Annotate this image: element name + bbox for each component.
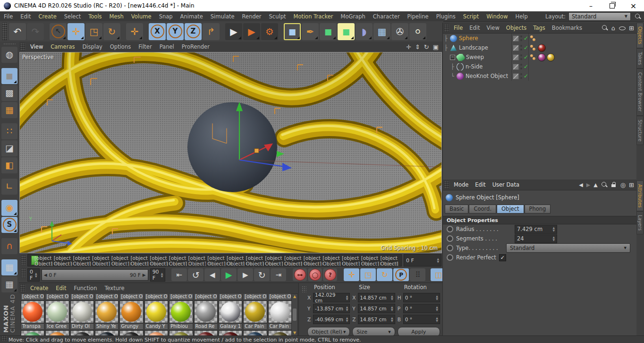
coordinate-field[interactable]: 0 ° ▲▼: [403, 315, 440, 324]
stepper-icon[interactable]: ▲▼: [389, 306, 393, 311]
render-picture-viewer-button[interactable]: ▶: [243, 23, 260, 40]
coordinate-field[interactable]: 14.857 cm ▲▼: [358, 293, 395, 302]
vp-menu-cameras[interactable]: Cameras: [47, 43, 78, 50]
stepper-icon[interactable]: ▲▼: [33, 272, 37, 278]
visibility-dots-icon[interactable]: [520, 64, 523, 69]
om-menu-view[interactable]: View: [483, 25, 503, 31]
material-thumbnail[interactable]: [268, 300, 292, 323]
am-menu-user-data[interactable]: User Data: [489, 181, 523, 188]
key-position-button[interactable]: ✛: [344, 268, 359, 281]
material-item[interactable]: Candy Y: [144, 300, 168, 330]
material-item[interactable]: Transpa: [21, 300, 44, 330]
keyframe-selection-button[interactable]: ?: [323, 268, 337, 281]
goto-start-button[interactable]: ⇤: [171, 268, 187, 281]
make-editable-button[interactable]: ◍: [1, 47, 17, 63]
enable-check-icon[interactable]: ✓: [524, 44, 528, 51]
record-keyframe-button[interactable]: ⊶: [293, 268, 307, 281]
add-spline-button[interactable]: ✒: [302, 23, 319, 40]
keyframe-dot-icon[interactable]: [447, 226, 453, 232]
material-thumbnail[interactable]: [219, 300, 242, 323]
am-menu-mode[interactable]: Mode: [450, 181, 472, 188]
enable-check-icon[interactable]: ✓: [524, 35, 528, 42]
vp-menu-filter[interactable]: Filter: [135, 43, 155, 50]
menu-help[interactable]: Help: [512, 13, 532, 20]
key-rotation-button[interactable]: ↻: [377, 268, 392, 281]
menu-character[interactable]: Character: [369, 13, 404, 20]
vp-menu-view[interactable]: View: [26, 43, 47, 50]
timeline-ruler[interactable]: [object Object][object Object][object Ob…: [27, 254, 402, 266]
object-tag-icon[interactable]: [530, 35, 537, 42]
material-thumbnail[interactable]: [70, 300, 94, 323]
object-manager-grip[interactable]: [444, 24, 449, 32]
add-sweep-button[interactable]: ◼: [338, 23, 355, 40]
menu-create[interactable]: Create: [35, 13, 60, 20]
y-axis-lock-button[interactable]: Y: [167, 23, 184, 40]
material-item[interactable]: Galaxy 1: [219, 300, 242, 330]
restore-button[interactable]: [602, 0, 623, 11]
transport-grip[interactable]: [21, 268, 26, 278]
am-up-icon[interactable]: ▲: [593, 182, 597, 188]
minimize-button[interactable]: –: [580, 0, 602, 11]
live-selection-button[interactable]: ↖: [50, 23, 67, 40]
key-scale-button[interactable]: ◳: [360, 268, 376, 281]
texture-mode-button[interactable]: ▩: [1, 85, 17, 101]
coordinates-grip[interactable]: [302, 286, 306, 292]
menu-edit[interactable]: Edit: [17, 13, 34, 20]
om-menu-bookmarks[interactable]: Bookmarks: [549, 25, 585, 31]
material-thumbnail[interactable]: [194, 300, 218, 323]
vp-menu-options[interactable]: Options: [106, 43, 135, 50]
material-name-label[interactable]: [object Object]: [119, 293, 143, 300]
material-name-label[interactable]: [object Object]: [70, 293, 94, 300]
menu-mesh[interactable]: Mesh: [106, 13, 127, 20]
object-label[interactable]: Landscape: [459, 44, 488, 51]
stepper-icon[interactable]: ▲▼: [344, 295, 348, 300]
key-pla-button[interactable]: ⠿: [410, 268, 425, 281]
material-item[interactable]: Grungy: [119, 300, 143, 330]
coordinate-field[interactable]: -40.969 cm ▲▼: [313, 315, 350, 324]
mat-menu-texture[interactable]: Texture: [101, 285, 128, 292]
current-frame-field[interactable]: 0 F ▲▼: [404, 254, 441, 266]
object-landscape[interactable]: ├ Landscape ✓: [443, 43, 637, 52]
visibility-dots-icon[interactable]: [520, 54, 523, 60]
menu-mograph[interactable]: MoGraph: [337, 13, 369, 20]
tab-layers[interactable]: Layers: [636, 211, 644, 234]
tab-content-browser[interactable]: Content Browser: [636, 69, 644, 115]
menu-file[interactable]: File: [0, 13, 17, 20]
range-left-arrow-icon[interactable]: ◀: [44, 273, 47, 277]
goto-end-button[interactable]: ⇥: [271, 268, 286, 281]
play-forwards-button[interactable]: ▶: [221, 268, 237, 281]
om-add-icon[interactable]: ⊞: [629, 25, 634, 32]
expander-icon[interactable]: −: [450, 55, 455, 60]
menu-volume[interactable]: Volume: [127, 13, 155, 20]
previous-frame-button[interactable]: ◀: [204, 268, 220, 281]
add-light-button[interactable]: ⚪: [409, 23, 426, 40]
object-name-cell[interactable]: ├ Sphere: [443, 35, 511, 42]
type-dropdown[interactable]: Standard: [506, 243, 630, 253]
enable-check-icon[interactable]: ✓: [524, 54, 528, 60]
object-n-side[interactable]: ├ n-Side ✓: [443, 62, 637, 71]
material-thumbnail[interactable]: [144, 300, 168, 323]
material-item[interactable]: Car Pain: [243, 300, 267, 330]
object-name-cell[interactable]: ├ Landscape: [443, 44, 511, 51]
play-backwards-button[interactable]: ↺: [188, 268, 203, 281]
stepper-icon[interactable]: ▲▼: [434, 317, 438, 322]
vp-menu-prorender[interactable]: ProRender: [178, 43, 213, 50]
object-tag-icon[interactable]: [530, 54, 537, 61]
lock-workplane-button[interactable]: ▦: [1, 259, 17, 275]
object-neoknot[interactable]: └ NeoKnot Object ✓: [443, 71, 637, 81]
scroll-down-icon[interactable]: ▼: [293, 331, 296, 335]
menu-script[interactable]: Script: [459, 13, 483, 20]
render-settings-button[interactable]: ⚙: [261, 23, 278, 40]
left-toolbar-grip[interactable]: [3, 43, 16, 45]
keyframe-dot-icon[interactable]: [447, 245, 453, 251]
material-name-label[interactable]: [object Object]: [219, 293, 242, 300]
material-item[interactable]: Car Pain: [268, 300, 292, 330]
menu-tools[interactable]: Tools: [85, 13, 105, 20]
mat-menu-function[interactable]: Function: [70, 285, 101, 292]
toolbar-grip[interactable]: [2, 23, 7, 40]
material-name-label[interactable]: [object Object]: [243, 293, 267, 300]
material-name-label[interactable]: [object Object]: [21, 293, 44, 300]
tab-basic[interactable]: Basic: [445, 205, 468, 214]
menu-snap[interactable]: Snap: [155, 13, 177, 20]
material-scrollbar[interactable]: ▲ ▼: [291, 293, 298, 336]
